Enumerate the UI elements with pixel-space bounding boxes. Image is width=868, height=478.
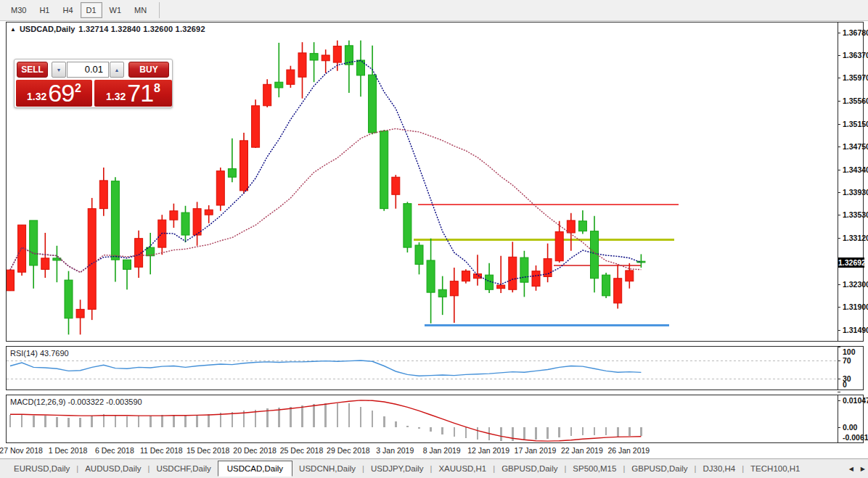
price-axis-label: 1.31490 [843, 326, 868, 334]
tab-gbpusd-daily[interactable]: GBPUSD,Daily [495, 461, 564, 476]
tab-usdcnh-daily[interactable]: USDCNH,Daily [292, 461, 362, 476]
tab-gbpusd-daily[interactable]: GBPUSD,Daily [625, 461, 694, 476]
price-axis-label: 1.34750 [843, 142, 868, 151]
buy-quote-panel[interactable]: 1.32 71 8 [94, 80, 172, 107]
sell-quote-panel[interactable]: 1.32 69 2 [16, 80, 92, 107]
macd-axis-label: 0.010471 [843, 396, 868, 405]
sell-price-big: 69 [48, 80, 74, 106]
rsi-label: RSI(14) 43.7690 [10, 349, 69, 358]
tab-eurusd-daily[interactable]: EURUSD,Daily [7, 461, 76, 476]
price-axis-tick [838, 33, 840, 33]
mt4-terminal: M30H1H4D1W1MN ▲ USDCAD,Daily 1.32714 1.3… [0, 0, 868, 478]
chevron-down-icon: ▼ [57, 67, 62, 73]
timeframe-button-M30[interactable]: M30 [5, 2, 32, 18]
price-axis-tick [838, 170, 840, 170]
price-axis-label: 1.32300 [843, 280, 868, 289]
buy-price-big: 71 [127, 80, 153, 106]
price-axis-tick [838, 192, 840, 193]
tab-audusd-daily[interactable]: AUDUSD,Daily [78, 461, 147, 476]
price-axis-label: 1.34340 [843, 165, 868, 174]
date-axis-label: 26 Jan 2019 [599, 446, 658, 455]
price-axis-tick [838, 147, 840, 147]
buy-button[interactable]: BUY [128, 62, 169, 78]
price-axis-tick [838, 101, 840, 102]
chevron-up-icon: ▲ [115, 67, 120, 73]
rsi-axis-tick [838, 379, 840, 379]
volume-increase-button[interactable]: ▲ [110, 62, 124, 78]
price-axis-label: 1.35970 [843, 73, 868, 82]
price-axis-tick [838, 215, 840, 215]
timeframe-toolbar: M30H1H4D1W1MN [0, 0, 868, 21]
price-chart-pane[interactable]: ▲ USDCAD,Daily 1.32714 1.32840 1.32600 1… [6, 22, 864, 342]
price-axis-tick [838, 238, 840, 239]
timeframe-button-MN[interactable]: MN [128, 2, 152, 18]
rsi-axis-label: 70 [843, 356, 851, 365]
tab-usdcad-daily[interactable]: USDCAD,Daily [218, 461, 292, 477]
timeframe-button-H4[interactable]: H4 [57, 2, 78, 18]
rsi-axis-label: 0 [843, 380, 847, 389]
collapse-icon[interactable]: ▲ [10, 26, 16, 33]
time-axis: 27 Nov 20181 Dec 20186 Dec 201811 Dec 20… [6, 444, 864, 458]
price-axis-label: 1.33120 [843, 234, 868, 242]
toolbar-divider [159, 2, 160, 18]
sell-price-pipette: 2 [75, 82, 81, 95]
price-axis-label: 1.33530 [843, 210, 868, 219]
chart-tabs: EURUSD,Daily|AUDUSD,Daily|USDCHF,DailyUS… [7, 461, 806, 477]
volume-decrease-button[interactable]: ▼ [52, 62, 66, 78]
price-axis-label: 1.35560 [843, 96, 868, 105]
price-axis-tick [838, 284, 840, 285]
chart-title: ▲ USDCAD,Daily 1.32714 1.32840 1.32600 1… [10, 25, 205, 33]
tab-scroll-right-icon[interactable]: ▶ [861, 466, 865, 472]
timeframe-button-D1[interactable]: D1 [81, 2, 102, 18]
price-axis-label: 1.36780 [843, 28, 868, 37]
price-axis-tick [838, 330, 840, 331]
price-axis-label: 1.36370 [843, 51, 868, 59]
buy-price-pipette: 8 [154, 82, 160, 95]
macd-axis-tick [838, 400, 840, 401]
tab-sp500-m15[interactable]: SP500,M15 [566, 461, 623, 476]
price-axis-label: 1.33930 [843, 188, 868, 197]
timeframe-buttons: M30H1H4D1W1MN [4, 2, 153, 18]
buy-price-prefix: 1.32 [106, 91, 126, 102]
tab-dj30-h4[interactable]: DJ30,H4 [696, 461, 742, 476]
macd-axis-tick [838, 427, 840, 428]
macd-axis-label: -0.006164 [843, 433, 868, 442]
price-axis-tick [838, 78, 840, 78]
chart-symbol-label: USDCAD,Daily [20, 25, 75, 33]
rsi-axis-tick [838, 360, 840, 361]
sell-button[interactable]: SELL [17, 62, 48, 78]
rsi-axis-label: 100 [843, 347, 856, 356]
sell-price-prefix: 1.32 [27, 91, 46, 102]
timeframe-button-W1[interactable]: W1 [104, 2, 128, 18]
one-click-trading-panel: SELL ▼ 0.01 ▲ BUY 1.32 69 2 1.32 71 8 [14, 59, 173, 108]
price-axis-tick [838, 124, 840, 125]
chart-ohlc-values: 1.32714 1.32840 1.32600 1.32692 [78, 25, 205, 33]
tab-scroll-arrows: ◀ ▶ [849, 459, 865, 478]
price-axis-tick [838, 307, 840, 308]
tab-usdjpy-daily[interactable]: USDJPY,Daily [364, 461, 430, 476]
current-price-badge: 1.32692 [838, 257, 864, 268]
macd-indicator-pane[interactable]: MACD(12,26,9) -0.003322 -0.003590 0.0104… [6, 395, 864, 443]
tab-scroll-left-icon[interactable]: ◀ [849, 466, 853, 472]
volume-input[interactable]: 0.01 [67, 62, 109, 78]
tab-usdchf-daily[interactable]: USDCHF,Daily [150, 461, 217, 476]
price-axis-label: 1.31900 [843, 302, 868, 311]
timeframe-button-H1[interactable]: H1 [33, 2, 55, 18]
chart-tab-bar: EURUSD,Daily|AUDUSD,Daily|USDCHF,DailyUS… [0, 458, 868, 478]
macd-label: MACD(12,26,9) -0.003322 -0.003590 [10, 397, 142, 406]
rsi-indicator-pane[interactable]: RSI(14) 43.7690 10070300 [6, 346, 864, 390]
tab-tech100-h1[interactable]: TECH100,H1 [744, 461, 806, 476]
macd-axis-label: 0.00 [843, 423, 857, 432]
tab-xauusd-h1[interactable]: XAUUSD,H1 [432, 461, 493, 476]
rsi-chart-canvas[interactable] [7, 347, 863, 390]
price-axis-label: 1.35150 [843, 120, 868, 128]
rsi-axis-tick [838, 392, 840, 392]
rsi-axis-tick [838, 347, 840, 347]
price-axis-tick [838, 55, 840, 56]
